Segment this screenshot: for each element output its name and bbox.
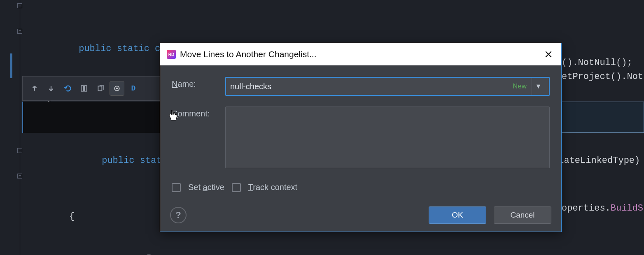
next-change-icon[interactable] <box>44 81 58 95</box>
rider-app-icon <box>167 50 176 59</box>
editor-gutter: − − − − <box>0 0 25 255</box>
copy-icon[interactable] <box>93 81 107 95</box>
track-context-checkbox[interactable] <box>232 183 241 192</box>
move-to-changelist-icon[interactable] <box>110 81 124 95</box>
close-icon[interactable] <box>542 48 555 60</box>
cancel-button[interactable]: Cancel <box>494 206 551 224</box>
svg-rect-1 <box>84 86 87 91</box>
code-fragment: operties.BuildS <box>562 202 643 216</box>
fold-mark-icon[interactable]: − <box>17 3 22 8</box>
diff-toolbar: D <box>22 76 162 101</box>
code-fragment: etProject().Not <box>562 70 643 84</box>
name-label: Name: <box>172 77 221 101</box>
changelist-name-field[interactable]: New ▼ <box>225 77 550 96</box>
diff-icon[interactable] <box>77 81 91 95</box>
help-icon[interactable]: ? <box>170 207 187 223</box>
comment-label: Comment: <box>172 107 221 173</box>
svg-rect-0 <box>81 86 84 91</box>
set-active-label: Set active <box>188 183 224 192</box>
dialog-titlebar[interactable]: Move Lines to Another Changelist... <box>160 43 561 65</box>
changelist-name-input[interactable] <box>230 82 513 91</box>
gutter-change-marker <box>10 53 12 78</box>
svg-point-4 <box>116 88 118 90</box>
fold-mark-icon[interactable]: − <box>17 174 22 178</box>
diff-highlight <box>562 102 644 133</box>
dropdown-arrow-icon[interactable]: ▼ <box>532 78 545 95</box>
track-context-label: Track context <box>248 183 297 192</box>
fold-mark-icon[interactable]: − <box>17 148 22 153</box>
rollback-icon[interactable] <box>61 81 75 95</box>
set-active-checkbox[interactable] <box>172 183 181 192</box>
toolbar-letter[interactable]: D <box>126 81 140 95</box>
comment-textarea[interactable] <box>225 107 550 168</box>
fold-mark-icon[interactable]: − <box>17 29 22 34</box>
move-lines-dialog: Move Lines to Another Changelist... Name… <box>160 43 562 232</box>
code-fragment: ().NotNull(); <box>562 56 632 70</box>
prev-change-icon[interactable] <box>28 81 42 95</box>
new-badge: New <box>513 82 527 90</box>
svg-rect-2 <box>98 86 102 90</box>
dialog-title: Move Lines to Another Changelist... <box>180 49 317 59</box>
ok-button[interactable]: OK <box>429 206 486 224</box>
